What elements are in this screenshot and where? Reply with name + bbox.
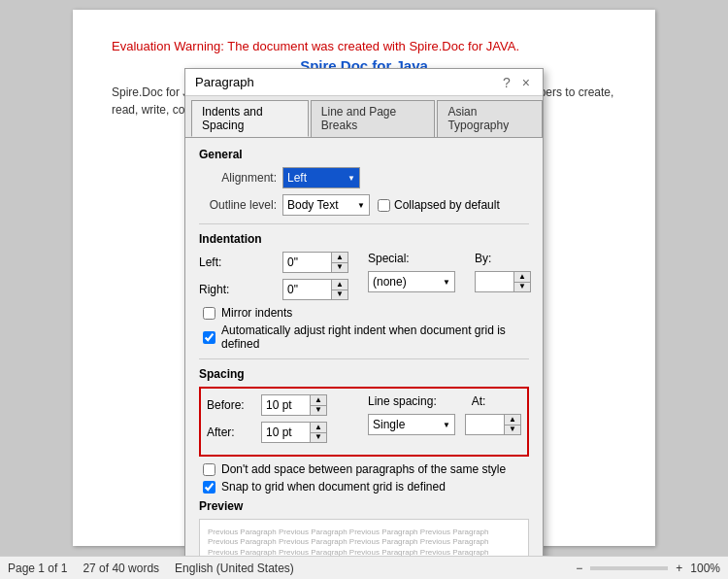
before-spin-buttons: ▲ ▼ <box>310 394 327 416</box>
divider-2 <box>199 358 529 359</box>
alignment-arrow-icon: ▼ <box>347 174 355 183</box>
word-count: 27 of 40 words <box>83 562 159 575</box>
spacing-section-label: Spacing <box>199 367 529 381</box>
before-spin-up[interactable]: ▲ <box>311 395 326 405</box>
collapsed-label: Collapsed by default <box>394 198 500 212</box>
by-label-row: By: <box>475 252 533 265</box>
spacing-inner: Before: ▲ ▼ After: <box>207 394 521 449</box>
mirror-row: Mirror indents <box>199 306 529 320</box>
right-input[interactable] <box>282 279 331 300</box>
mirror-label: Mirror indents <box>221 306 292 320</box>
auto-adjust-row: Automatically adjust right indent when d… <box>199 324 529 351</box>
tab-indents-spacing[interactable]: Indents and Spacing <box>191 100 309 137</box>
line-spacing-input-row: Single ▼ ▲ ▼ <box>368 414 521 435</box>
page-info: Page 1 of 1 <box>8 562 67 575</box>
left-row: Left: ▲ ▼ <box>199 252 348 273</box>
language: English (United States) <box>175 562 294 575</box>
after-spin-up[interactable]: ▲ <box>311 423 326 432</box>
alignment-row: Alignment: Left ▼ <box>199 167 529 188</box>
zoom-level: 100% <box>690 562 720 575</box>
left-spin-up[interactable]: ▲ <box>332 253 347 262</box>
before-spin-down[interactable]: ▼ <box>311 405 326 415</box>
dialog-controls: ? × <box>500 76 533 89</box>
right-row: Right: ▲ ▼ <box>199 279 348 300</box>
special-row: Special: <box>368 252 455 265</box>
preview-label: Preview <box>199 499 529 513</box>
after-row: After: ▲ ▼ <box>207 422 348 443</box>
after-label: After: <box>207 426 255 439</box>
line-spacing-label: Line spacing: <box>368 394 437 408</box>
no-space-row: Don't add space between paragraphs of th… <box>199 462 529 476</box>
auto-adjust-label: Automatically adjust right indent when d… <box>221 324 529 351</box>
left-spin-buttons: ▲ ▼ <box>331 252 348 273</box>
left-spin: ▲ ▼ <box>282 252 348 273</box>
at-spin-up[interactable]: ▲ <box>505 415 520 425</box>
by-label: By: <box>475 252 491 265</box>
mirror-checkbox[interactable] <box>203 307 215 320</box>
outline-label: Outline level: <box>199 198 277 212</box>
snap-row: Snap to grid when document grid is defin… <box>199 480 529 494</box>
by-spin-row: ▲ ▼ <box>475 271 533 292</box>
right-spin: ▲ ▼ <box>282 279 348 300</box>
special-arrow-icon: ▼ <box>443 278 450 287</box>
auto-adjust-checkbox[interactable] <box>203 331 215 344</box>
right-label: Right: <box>199 283 277 296</box>
paragraph-dialog: Paragraph ? × Indents and Spacing Line a… <box>184 68 544 579</box>
special-label: Special: <box>368 252 410 265</box>
tab-asian-typography[interactable]: Asian Typography <box>437 100 543 137</box>
zoom-slider[interactable] <box>590 566 668 570</box>
no-space-checkbox[interactable] <box>203 463 215 476</box>
status-bar: Page 1 of 1 27 of 40 words English (Unit… <box>0 556 728 579</box>
general-label: General <box>199 148 529 161</box>
alignment-select[interactable]: Left ▼ <box>282 167 360 188</box>
spacing-left-col: Before: ▲ ▼ After: <box>207 394 348 449</box>
dialog-tabs: Indents and Spacing Line and Page Breaks… <box>185 96 543 138</box>
left-input[interactable] <box>282 252 331 273</box>
indentation-label: Indentation <box>199 232 529 246</box>
right-spin-down[interactable]: ▼ <box>332 290 347 299</box>
by-spin: ▲ ▼ <box>475 271 531 292</box>
left-spin-down[interactable]: ▼ <box>332 262 347 272</box>
after-spin: ▲ ▼ <box>261 422 327 443</box>
right-spin-buttons: ▲ ▼ <box>331 279 348 300</box>
at-input[interactable] <box>465 414 504 435</box>
dialog-titlebar: Paragraph ? × <box>185 69 543 96</box>
by-spin-up[interactable]: ▲ <box>514 272 530 282</box>
by-spin-buttons: ▲ ▼ <box>513 271 531 292</box>
line-spacing-arrow-icon: ▼ <box>443 421 450 429</box>
by-col: By: ▲ ▼ <box>475 252 533 298</box>
snap-label: Snap to grid when document grid is defin… <box>221 480 446 494</box>
zoom-out-icon[interactable]: − <box>576 562 582 575</box>
dialog-title: Paragraph <box>195 75 254 89</box>
after-input[interactable] <box>261 422 310 443</box>
left-label: Left: <box>199 255 277 269</box>
by-input[interactable] <box>475 271 513 292</box>
collapsed-label-container: Collapsed by default <box>378 198 500 212</box>
after-spin-down[interactable]: ▼ <box>311 432 326 442</box>
at-spin-buttons: ▲ ▼ <box>504 414 521 435</box>
indentation-rows: Left: ▲ ▼ Right: <box>199 252 529 306</box>
indent-left-col: Left: ▲ ▼ Right: <box>199 252 348 306</box>
outline-select[interactable]: Body Text ▼ <box>282 194 370 216</box>
before-input[interactable] <box>261 394 310 416</box>
outline-arrow-icon: ▼ <box>357 201 365 210</box>
at-spin-down[interactable]: ▼ <box>505 425 520 434</box>
snap-checkbox[interactable] <box>203 481 215 494</box>
collapsed-checkbox[interactable] <box>378 199 390 212</box>
by-spin-down[interactable]: ▼ <box>514 282 530 291</box>
help-button[interactable]: ? <box>500 76 513 89</box>
alignment-label: Alignment: <box>199 171 277 185</box>
outline-row: Outline level: Body Text ▼ Collapsed by … <box>199 194 529 216</box>
close-button[interactable]: × <box>519 76 533 89</box>
before-label: Before: <box>207 398 255 412</box>
special-col: Special: (none) ▼ <box>368 252 455 298</box>
tab-line-page-breaks[interactable]: Line and Page Breaks <box>311 100 436 137</box>
status-bar-right: − + 100% <box>576 562 720 575</box>
right-spin-up[interactable]: ▲ <box>332 280 347 290</box>
special-select-row: (none) ▼ <box>368 271 455 292</box>
zoom-in-icon[interactable]: + <box>676 562 682 575</box>
line-spacing-select[interactable]: Single ▼ <box>368 414 455 435</box>
at-spin: ▲ ▼ <box>465 414 521 435</box>
special-select[interactable]: (none) ▼ <box>368 271 455 292</box>
at-label: At: <box>472 394 486 408</box>
